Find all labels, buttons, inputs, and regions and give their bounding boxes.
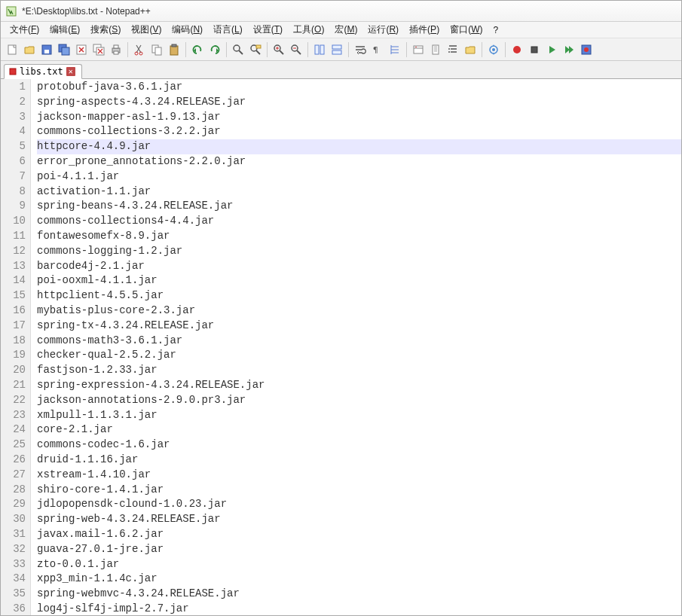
line-number: 3 — [10, 110, 26, 125]
line-number: 31 — [10, 527, 26, 542]
svg-point-32 — [448, 51, 450, 53]
line-number: 12 — [10, 244, 26, 259]
redo-icon[interactable] — [206, 41, 223, 58]
sync-h-icon[interactable] — [329, 41, 345, 58]
copy-icon[interactable] — [148, 41, 165, 58]
wrap-icon[interactable] — [352, 41, 369, 58]
menu-m[interactable]: 宏(M) — [330, 22, 362, 38]
code-line[interactable]: commons-math3-3.6.1.jar — [37, 334, 681, 349]
svg-rect-23 — [315, 45, 319, 54]
code-line[interactable]: fastjson-1.2.33.jar — [37, 363, 681, 378]
menu-r[interactable]: 运行(R) — [363, 22, 403, 38]
find-icon[interactable] — [230, 41, 246, 58]
close-tab-icon[interactable]: ✕ — [66, 67, 75, 76]
code-line[interactable]: spring-beans-4.3.24.RELEASE.jar — [37, 199, 681, 214]
close-icon[interactable] — [73, 41, 90, 58]
code-line[interactable]: spring-expression-4.3.24.RELEASE.jar — [37, 378, 681, 393]
code-line[interactable]: xmlpull-1.1.3.1.jar — [37, 408, 681, 423]
code-line[interactable]: spring-tx-4.3.24.RELEASE.jar — [37, 319, 681, 334]
code-line[interactable]: shiro-core-1.4.1.jar — [37, 483, 681, 498]
menu-l[interactable]: 语言(L) — [209, 22, 247, 38]
svg-rect-11 — [114, 51, 118, 54]
new-file-icon[interactable] — [4, 41, 20, 58]
code-line[interactable]: poi-ooxml-4.1.1.jar — [37, 273, 681, 288]
record-icon[interactable] — [509, 41, 525, 58]
code-line[interactable]: xstream-1.4.10.jar — [37, 468, 681, 483]
indent-guide-icon[interactable] — [387, 41, 403, 58]
monitor-icon[interactable] — [485, 41, 502, 58]
save-macro-icon[interactable] — [578, 41, 595, 58]
paste-icon[interactable] — [166, 41, 182, 58]
code-line[interactable]: activation-1.1.jar — [37, 184, 681, 200]
save-all-icon[interactable] — [56, 41, 72, 58]
code-line[interactable]: commons-logging-1.2.jar — [37, 244, 681, 259]
menu-v[interactable]: 视图(V) — [127, 22, 166, 38]
code-line[interactable]: barcode4j-2.1.jar — [37, 259, 681, 274]
stop-icon[interactable] — [526, 41, 543, 58]
play-multi-icon[interactable] — [561, 41, 577, 58]
code-line[interactable]: zto-0.0.1.jar — [37, 557, 681, 572]
save-icon[interactable] — [38, 41, 55, 58]
menu-o[interactable]: 工具(O) — [289, 22, 329, 38]
cut-icon[interactable] — [131, 41, 148, 58]
code-line[interactable]: mybatis-plus-core-2.3.jar — [37, 303, 681, 319]
code-line[interactable]: poi-4.1.1.jar — [37, 169, 681, 184]
code-line[interactable]: javax.mail-1.6.2.jar — [37, 527, 681, 542]
code-line[interactable]: protobuf-java-3.6.1.jar — [37, 80, 681, 95]
code-line[interactable]: commons-collections-3.2.2.jar — [37, 124, 681, 139]
code-line[interactable]: checker-qual-2.5.2.jar — [37, 348, 681, 363]
code-line[interactable]: commons-codec-1.6.jar — [37, 438, 681, 453]
code-line[interactable]: fontawesomefx-8.9.jar — [37, 229, 681, 244]
svg-point-34 — [492, 48, 495, 51]
play-icon[interactable] — [543, 41, 560, 58]
line-number: 34 — [10, 572, 26, 587]
show-all-chars-icon[interactable]: ¶ — [369, 41, 386, 58]
code-line[interactable]: commons-collections4-4.4.jar — [37, 214, 681, 229]
menu-w[interactable]: 窗口(W) — [445, 22, 487, 38]
code-line[interactable]: jdlopopensdk-clound-1.0.23.jar — [37, 497, 681, 512]
menu-s[interactable]: 搜索(S) — [86, 22, 125, 38]
svg-point-18 — [234, 45, 240, 51]
zoom-in-icon[interactable] — [271, 41, 287, 58]
print-icon[interactable] — [108, 41, 124, 58]
text-content[interactable]: protobuf-java-3.6.1.jarspring-aspects-4.… — [31, 79, 681, 615]
menu-e[interactable]: 编辑(E) — [45, 22, 84, 38]
code-line[interactable]: log4j-slf4j-impl-2.7.jar — [37, 602, 681, 615]
code-line[interactable]: druid-1.1.16.jar — [37, 453, 681, 468]
replace-icon[interactable] — [247, 41, 264, 58]
zoom-out-icon[interactable] — [288, 41, 304, 58]
code-line[interactable]: xpp3_min-1.1.4c.jar — [37, 572, 681, 587]
code-line[interactable]: error_prone_annotations-2.2.0.jar — [37, 154, 681, 169]
menu-t[interactable]: 设置(T) — [249, 22, 287, 38]
function-list-icon[interactable] — [445, 41, 461, 58]
code-line[interactable]: httpclient-4.5.5.jar — [37, 288, 681, 303]
close-all-icon[interactable] — [90, 41, 107, 58]
editor[interactable]: 1234567891011121314151617181920212223242… — [1, 79, 681, 615]
line-number: 17 — [10, 319, 26, 334]
code-line[interactable]: spring-web-4.3.24.RELEASE.jar — [37, 512, 681, 527]
line-number-gutter: 1234567891011121314151617181920212223242… — [1, 79, 31, 615]
tab-libs-txt[interactable]: libs.txt ✕ — [4, 64, 82, 79]
line-number: 4 — [10, 124, 26, 139]
folder-icon[interactable] — [462, 41, 479, 58]
line-number: 35 — [10, 587, 26, 602]
code-line[interactable]: jackson-annotations-2.9.0.pr3.jar — [37, 393, 681, 408]
code-line[interactable]: spring-aspects-4.3.24.RELEASE.jar — [37, 95, 681, 110]
svg-rect-17 — [172, 44, 176, 47]
menu-p[interactable]: 插件(P) — [405, 22, 444, 38]
code-line[interactable]: httpcore-4.4.9.jar — [37, 139, 681, 154]
code-line[interactable]: guava-27.0.1-jre.jar — [37, 542, 681, 557]
menu-f[interactable]: 文件(F) — [5, 22, 44, 38]
svg-rect-10 — [114, 45, 118, 48]
code-line[interactable]: spring-webmvc-4.3.24.RELEASE.jar — [37, 587, 681, 602]
undo-icon[interactable] — [189, 41, 206, 58]
doc-map-icon[interactable] — [427, 41, 444, 58]
code-line[interactable]: jackson-mapper-asl-1.9.13.jar — [37, 110, 681, 125]
lang-icon[interactable] — [410, 41, 427, 58]
menu-n[interactable]: 编码(N) — [167, 22, 207, 38]
open-file-icon[interactable] — [21, 41, 38, 58]
code-line[interactable]: core-2.1.jar — [37, 422, 681, 438]
menu-help[interactable]: ? — [488, 23, 503, 37]
line-number: 32 — [10, 542, 26, 557]
sync-v-icon[interactable] — [311, 41, 328, 58]
